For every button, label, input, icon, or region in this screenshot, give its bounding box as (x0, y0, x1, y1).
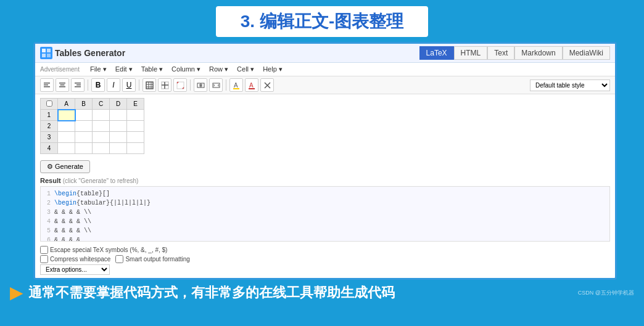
table-row: 3 (41, 132, 144, 143)
code-line-5: 5 & & & & \\ (43, 226, 607, 235)
clear-format-button[interactable] (260, 78, 274, 92)
tab-text[interactable]: Text (487, 46, 514, 60)
svg-text:A: A (234, 82, 238, 89)
row-num-1: 1 (41, 110, 58, 121)
row-num-3: 3 (41, 132, 58, 143)
text-color-button[interactable]: A (245, 78, 258, 92)
cell-1a[interactable] (58, 110, 75, 121)
cell-2c[interactable] (93, 121, 110, 132)
table-row: 2 (41, 121, 144, 132)
cell-4d[interactable] (110, 143, 127, 154)
code-line-6: 6 & & & & (43, 235, 607, 242)
border-none-button[interactable] (173, 78, 187, 92)
cell-1d[interactable] (110, 110, 127, 121)
cell-2e[interactable] (127, 121, 144, 132)
spreadsheet-table: A B C D E 1 (40, 98, 144, 154)
merge-button[interactable] (194, 78, 207, 92)
select-all-checkbox[interactable] (46, 100, 52, 107)
result-label: Result (click "Generate" to refresh) (40, 177, 610, 184)
cell-1e[interactable] (127, 110, 144, 121)
options-row-2: Compress whitespace Smart output formatt… (40, 255, 610, 263)
italic-button[interactable]: I (107, 78, 120, 92)
compress-option[interactable]: Compress whitespace (40, 255, 110, 263)
col-header-e: E (127, 99, 144, 110)
cell-3d[interactable] (110, 132, 127, 143)
svg-rect-2 (42, 54, 46, 57)
code-line-3: 3 & & & & \\ (43, 208, 607, 217)
bold-button[interactable]: B (91, 78, 105, 92)
smart-option[interactable]: Smart output formatting (115, 255, 190, 263)
code-block[interactable]: 1 \begin{table}[] 2 \begin{tabular}{|l|l… (40, 186, 610, 242)
tab-mediawiki[interactable]: MediaWiki (563, 46, 610, 60)
corner-header (41, 99, 58, 110)
extra-options-select[interactable]: Extra options... (40, 264, 110, 275)
tab-markdown[interactable]: Markdown (514, 46, 562, 60)
generate-button[interactable]: ⚙ Generate (40, 160, 90, 173)
table-container: A B C D E 1 (40, 98, 610, 154)
cell-2b[interactable] (75, 121, 93, 132)
cell-1b[interactable] (75, 110, 93, 121)
sep-2 (139, 79, 139, 91)
svg-rect-9 (59, 86, 65, 88)
menu-file[interactable]: File ▾ (87, 64, 110, 75)
cell-3a[interactable] (58, 132, 75, 143)
svg-rect-13 (146, 82, 153, 89)
sep-1 (88, 79, 88, 91)
unmerge-button[interactable] (209, 78, 223, 92)
tab-html[interactable]: HTML (454, 46, 488, 60)
code-line-4: 4 & & & & \\ (43, 217, 607, 226)
menu-help[interactable]: Help ▾ (260, 64, 286, 75)
sep-4 (226, 79, 226, 91)
align-right-button[interactable] (71, 78, 85, 92)
svg-rect-12 (75, 86, 81, 88)
style-select[interactable]: Default table style (530, 79, 610, 91)
align-left-button[interactable] (40, 78, 54, 92)
cell-4b[interactable] (75, 143, 93, 154)
cell-3c[interactable] (93, 132, 110, 143)
cell-3e[interactable] (127, 132, 144, 143)
svg-rect-36 (233, 88, 239, 89)
cell-3b[interactable] (75, 132, 93, 143)
svg-rect-4 (44, 83, 50, 84)
top-banner: 3. 编辑正文-图表整理 (0, 0, 644, 42)
escape-checkbox[interactable] (40, 246, 48, 254)
menu-column[interactable]: Column ▾ (168, 64, 204, 75)
align-center-button[interactable] (56, 78, 69, 92)
col-header-c: C (93, 99, 110, 110)
underline-button[interactable]: U (122, 78, 136, 92)
right-side (621, 42, 639, 280)
menu-row[interactable]: Row ▾ (206, 64, 231, 75)
cell-2d[interactable] (110, 121, 127, 132)
banner-title: 3. 编辑正文-图表整理 (216, 6, 428, 37)
cell-4a[interactable] (58, 143, 75, 154)
cell-2a[interactable] (58, 121, 75, 132)
table-row: 4 (41, 143, 144, 154)
border-all-button[interactable] (142, 78, 156, 92)
escape-option[interactable]: Escape special TeX symbols (%, &, _, #, … (40, 246, 167, 254)
border-inner-button[interactable] (158, 78, 171, 92)
left-side (5, 42, 30, 280)
app-window: Tables Generator LaTeX HTML Text Markdow… (33, 42, 617, 280)
svg-rect-11 (76, 84, 81, 86)
svg-line-32 (213, 85, 215, 86)
svg-rect-1 (47, 49, 51, 52)
svg-rect-0 (42, 49, 46, 52)
cell-4e[interactable] (127, 143, 144, 154)
compress-checkbox[interactable] (40, 255, 48, 263)
window-topbar: Tables Generator LaTeX HTML Text Markdow… (35, 44, 615, 63)
tab-bar: LaTeX HTML Text Markdown MediaWiki (419, 46, 610, 60)
svg-rect-3 (47, 54, 51, 57)
table-row: 1 (41, 110, 144, 121)
main-area: Tables Generator LaTeX HTML Text Markdow… (0, 42, 644, 280)
menu-edit[interactable]: Edit ▾ (112, 64, 136, 75)
options-row-3: Extra options... (40, 264, 610, 275)
smart-checkbox[interactable] (115, 255, 123, 263)
cell-4c[interactable] (93, 143, 110, 154)
row-num-2: 2 (41, 121, 58, 132)
tab-latex[interactable]: LaTeX (419, 46, 454, 60)
cell-1c[interactable] (93, 110, 110, 121)
menu-table[interactable]: Table ▾ (138, 64, 166, 75)
bg-color-button[interactable]: A (229, 78, 243, 92)
watermark: CSDN @五分钟学机器 (578, 289, 634, 297)
menu-cell[interactable]: Cell ▾ (234, 64, 257, 75)
